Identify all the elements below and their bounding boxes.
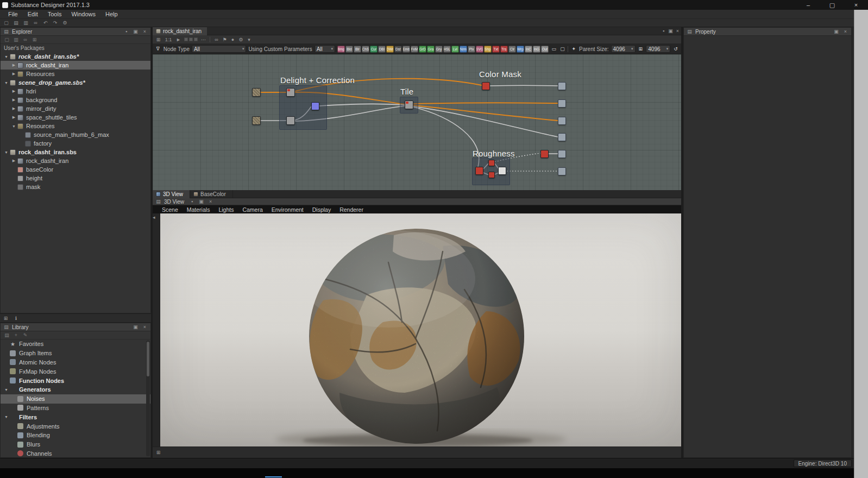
parent-size-select[interactable]: 4096 ▾ — [611, 45, 636, 53]
chip-ing[interactable]: InG — [533, 46, 540, 53]
graph-canvas[interactable]: Delight + CorrectionTileColor MaskRoughn… — [153, 54, 681, 190]
gear-icon[interactable]: ⚙ — [61, 20, 69, 27]
float-icon[interactable]: ▣ — [667, 28, 674, 34]
tree-item-5[interactable]: ▶background — [1, 96, 150, 104]
close-button[interactable]: × — [844, 0, 868, 10]
chip-shp[interactable]: Shp — [484, 46, 492, 53]
blue-node-4[interactable] — [311, 102, 319, 110]
more-options-icon[interactable]: ⋯ — [200, 37, 207, 42]
chip-txt[interactable]: Txt — [492, 46, 500, 53]
custom-params-select[interactable]: All ▾ — [315, 45, 335, 53]
float-icon[interactable]: ▣ — [132, 29, 139, 34]
chip-wrp[interactable]: Wrp — [517, 46, 524, 53]
output-node-9[interactable] — [558, 117, 566, 125]
tab-basecolor[interactable]: BaseColor — [190, 190, 233, 198]
gray-node-1[interactable] — [286, 88, 295, 97]
library-item-12[interactable]: Channels — [1, 449, 150, 458]
new-package-icon[interactable]: ▢ — [3, 37, 10, 42]
pin-icon[interactable]: ▪ — [188, 199, 196, 204]
title-bar[interactable]: Substance Designer 2017.1.3 – ▢ × — [0, 0, 868, 10]
menu-file[interactable]: File — [3, 10, 23, 19]
chevron-down-icon[interactable]: ▾ — [246, 37, 253, 42]
save-icon[interactable]: ▥ — [12, 37, 20, 42]
collapse-icon[interactable]: ◂ — [153, 215, 155, 220]
library-item-1[interactable]: Graph Items — [1, 349, 150, 358]
expander-icon[interactable]: ▼ — [3, 55, 10, 59]
graph-group-label-3[interactable]: Roughness — [473, 149, 515, 158]
tab-3d-view[interactable]: 3D View — [153, 190, 190, 198]
view3d-menu-environment[interactable]: Environment — [268, 206, 307, 213]
library-scrollbar[interactable] — [146, 341, 150, 456]
red-node-13[interactable] — [488, 172, 495, 178]
flag-icon[interactable]: ⚑ — [221, 37, 228, 42]
tree-item-11[interactable]: ▼rock_dasht_iran.sbs — [1, 148, 150, 156]
chip-hsl[interactable]: HSL — [443, 46, 451, 53]
tree-item-7[interactable]: ▶space_shuttle_tiles — [1, 113, 150, 122]
viewport-3d[interactable] — [160, 213, 681, 446]
expander-icon[interactable]: ▶ — [10, 106, 17, 111]
link-icon[interactable]: ∞ — [22, 37, 29, 42]
expander-icon[interactable]: ▼ — [3, 81, 10, 85]
tree-item-13[interactable]: baseColor — [1, 165, 150, 174]
tree-item-2[interactable]: ▶Resources — [1, 70, 150, 78]
folder-icon[interactable]: ▤ — [3, 332, 10, 338]
library-item-11[interactable]: Blurs — [1, 440, 150, 449]
chip-fxm[interactable]: FxM — [411, 46, 418, 53]
view3d-menu-camera[interactable]: Camera — [238, 206, 266, 213]
expander-icon[interactable]: ▶ — [10, 89, 17, 93]
taskbar[interactable] — [0, 468, 868, 478]
expander-icon[interactable]: ▶ — [10, 159, 17, 163]
expander-icon[interactable]: ▶ — [10, 72, 17, 76]
chip-inc[interactable]: InC — [525, 46, 532, 53]
link-views-icon[interactable]: ∞ — [213, 37, 220, 42]
view3d-menu-renderer[interactable]: Renderer — [336, 206, 367, 213]
chip-cur[interactable]: Cur — [370, 46, 378, 53]
menu-windows[interactable]: Windows — [66, 10, 100, 19]
chip-plx[interactable]: Plx — [468, 46, 475, 53]
bulb-icon[interactable]: ✦ — [570, 46, 577, 52]
chip-blr[interactable]: Blr — [354, 46, 361, 53]
bitmap-node-0[interactable] — [252, 88, 261, 97]
library-item-3[interactable]: FxMap Nodes — [1, 367, 150, 376]
library-item-6[interactable]: Noises — [1, 394, 150, 404]
expander-icon[interactable]: ▼ — [3, 150, 10, 154]
chip-grd[interactable]: GrD — [419, 46, 426, 53]
link-icon[interactable]: ∞ — [32, 20, 40, 27]
tree-item-12[interactable]: ▶rock_dasht_iran — [1, 156, 150, 165]
output-node-8[interactable] — [558, 99, 566, 108]
add-icon[interactable]: + — [12, 332, 20, 338]
tree-item-6[interactable]: ▶mirror_dirty — [1, 104, 150, 113]
red-node-6[interactable] — [482, 82, 490, 90]
menu-edit[interactable]: Edit — [23, 10, 43, 19]
expander-icon[interactable]: ▼ — [3, 415, 10, 419]
float-icon[interactable]: ▣ — [132, 324, 139, 330]
grid-icon[interactable]: ⊞ — [2, 316, 9, 321]
library-item-4[interactable]: Function Nodes — [1, 376, 150, 385]
grid-icon[interactable]: ⊞ — [155, 450, 162, 455]
float-icon[interactable]: ▣ — [198, 199, 205, 204]
library-item-8[interactable]: ▼Filters — [1, 412, 150, 422]
red-node-11[interactable] — [475, 167, 483, 175]
tree-item-4[interactable]: ▶hdri — [1, 87, 150, 96]
chip-gry[interactable]: Gry — [435, 46, 443, 53]
tree-item-9[interactable]: source_main_thumb_6_max — [1, 130, 150, 139]
size-select[interactable]: 4096 ▾ — [646, 45, 670, 53]
chip-bld[interactable]: Bld — [345, 46, 353, 53]
gray-node-3[interactable] — [286, 116, 295, 125]
close-icon[interactable]: × — [207, 199, 214, 204]
close-icon[interactable]: × — [141, 29, 148, 34]
tree-item-14[interactable]: height — [1, 174, 150, 183]
view3d-header[interactable]: ▤ 3D View ▪ ▣ × — [153, 198, 681, 205]
info-icon[interactable]: ℹ — [12, 316, 20, 321]
chip-dst[interactable]: Dst — [394, 46, 402, 53]
actual-size-icon[interactable]: 1:1 — [163, 37, 174, 42]
gear-icon[interactable]: ⚙ — [237, 37, 244, 42]
view3d-menu-display[interactable]: Display — [309, 206, 335, 213]
expander-icon[interactable]: ▼ — [10, 124, 17, 128]
maximize-button[interactable]: ▢ — [820, 0, 844, 10]
library-item-10[interactable]: Blending — [1, 431, 150, 440]
graph-group-label-2[interactable]: Color Mask — [479, 70, 521, 79]
gray-node-5[interactable] — [405, 100, 413, 109]
chip-gra[interactable]: Gra — [427, 46, 435, 53]
red-node-12[interactable] — [488, 160, 495, 166]
